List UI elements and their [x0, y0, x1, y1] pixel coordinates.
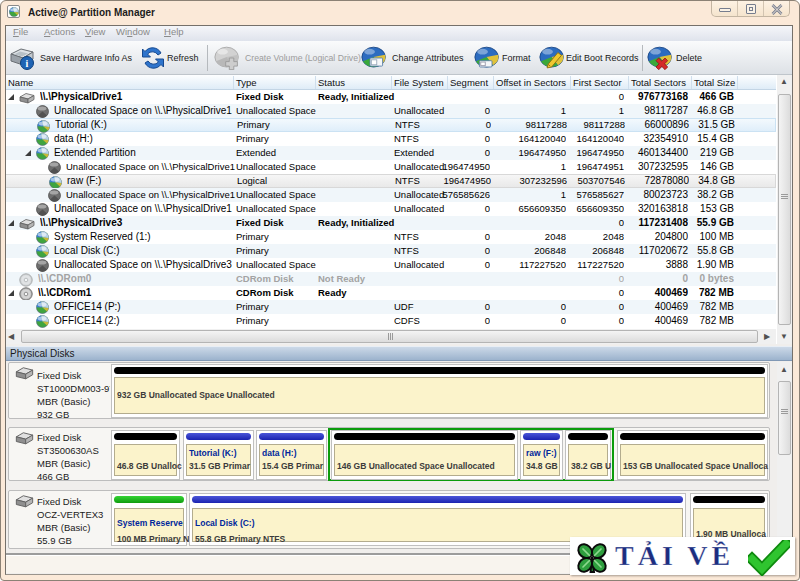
- svg-text:i: i: [26, 58, 29, 69]
